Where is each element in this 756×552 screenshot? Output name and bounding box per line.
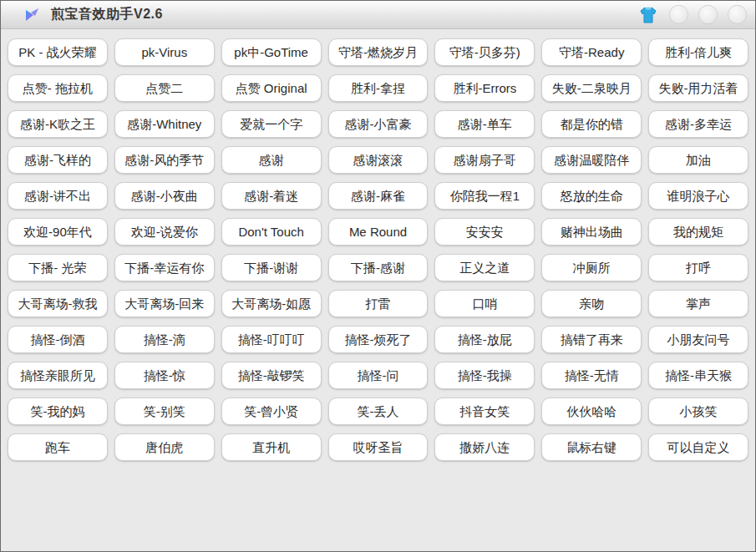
sound-button[interactable]: 小朋友问号 [648, 326, 748, 353]
sound-button[interactable]: 下播-感谢 [328, 254, 429, 281]
sound-button[interactable]: 安安安 [434, 218, 535, 246]
sound-button[interactable]: 欢迎-说爱你 [114, 218, 215, 246]
sound-button-grid: PK - 战火荣耀pk-Viruspk中-GoTime守塔-燃烧岁月守塔-贝多芬… [1, 29, 755, 468]
sound-button[interactable]: 搞怪-串天猴 [648, 362, 748, 389]
sound-button[interactable]: 失败-用力活着 [648, 74, 748, 102]
sound-button[interactable]: 搞怪-叮叮叮 [221, 326, 322, 353]
sound-button[interactable]: 感谢 [221, 146, 322, 174]
sound-button[interactable]: 感谢滚滚 [328, 146, 429, 174]
sound-button[interactable]: 感谢-风的季节 [114, 146, 215, 174]
sound-button[interactable]: 直升机 [221, 433, 322, 461]
sound-button[interactable]: 下播-幸运有你 [114, 254, 215, 281]
sound-button[interactable]: 冲厕所 [541, 254, 642, 281]
sound-button[interactable]: 搞怪-烦死了 [328, 326, 429, 353]
window-title: 煎宝音效助手V2.6 [51, 6, 163, 23]
sound-button[interactable]: 感谢-小夜曲 [114, 182, 215, 210]
sound-button[interactable]: 可以自定义 [648, 433, 748, 461]
sound-button[interactable]: PK - 战火荣耀 [8, 38, 108, 66]
sound-button[interactable]: 打呼 [648, 254, 748, 281]
sound-button[interactable]: 守塔-Ready [541, 38, 642, 66]
sound-button[interactable]: 搞怪-问 [328, 362, 429, 389]
sound-button[interactable]: 掌声 [648, 290, 748, 317]
sound-button[interactable]: 跑车 [8, 433, 108, 461]
sound-button[interactable]: 谁明浪子心 [648, 182, 748, 210]
titlebar: 煎宝音效助手V2.6 [1, 1, 755, 29]
bottom-panel: 音量: 23 启用热键× 热键列表 暂停播放 声卡: 扬声器 (Realtek … [1, 468, 756, 552]
sound-button[interactable]: 守塔-燃烧岁月 [328, 38, 429, 66]
sound-button[interactable]: 下播-谢谢 [221, 254, 322, 281]
sound-button[interactable]: 爱就一个字 [221, 110, 322, 138]
sound-button[interactable]: 鼠标右键 [541, 433, 642, 461]
sound-button[interactable]: 搞怪-滴 [114, 326, 215, 353]
sound-button[interactable]: 感谢-讲不出 [8, 182, 108, 210]
sound-button[interactable]: 胜利-拿捏 [328, 74, 429, 102]
sound-button[interactable]: 搞怪-放屁 [434, 326, 535, 353]
sound-button[interactable]: 笑-别笑 [114, 398, 215, 425]
sound-button[interactable]: 守塔-贝多芬) [434, 38, 535, 66]
sound-button[interactable]: 我的规矩 [648, 218, 748, 246]
sound-button[interactable]: 怒放的生命 [541, 182, 642, 210]
sound-button[interactable]: 点赞 Original [221, 74, 322, 102]
sound-button[interactable]: 哎呀圣旨 [328, 433, 429, 461]
sound-button[interactable]: 搞怪-敲锣笑 [221, 362, 322, 389]
sound-button[interactable]: 感谢-小富豪 [328, 110, 429, 138]
sound-button[interactable]: 感谢-单车 [434, 110, 535, 138]
sound-button[interactable]: 搞怪-我操 [434, 362, 535, 389]
sound-button[interactable]: 打雷 [328, 290, 429, 317]
sound-button[interactable]: 感谢-Whitney [114, 110, 215, 138]
sound-button[interactable]: 赌神出场曲 [541, 218, 642, 246]
sound-button[interactable]: 感谢温暖陪伴 [541, 146, 642, 174]
sound-button[interactable]: 下播- 光荣 [8, 254, 108, 281]
sound-button[interactable]: 感谢扇子哥 [434, 146, 535, 174]
sound-button[interactable]: 笑-丢人 [328, 398, 429, 425]
close-button[interactable] [728, 5, 747, 24]
skin-shirt-icon[interactable] [637, 5, 659, 25]
sound-button[interactable]: 感谢-K歌之王 [8, 110, 108, 138]
sound-button[interactable]: 撒娇八连 [434, 433, 535, 461]
sound-button[interactable]: 感谢-麻雀 [328, 182, 429, 210]
sound-button[interactable]: 搞怪-无情 [541, 362, 642, 389]
minimize-button[interactable] [669, 5, 688, 24]
sound-button[interactable]: 欢迎-90年代 [8, 218, 108, 246]
sound-button[interactable]: 感谢-飞样的 [8, 146, 108, 174]
sound-button[interactable]: 搞怪亲眼所见 [8, 362, 108, 389]
sound-button[interactable]: 大哥离场-回来 [114, 290, 215, 317]
sound-button[interactable]: 搞怪-惊 [114, 362, 215, 389]
sound-button[interactable]: 加油 [648, 146, 748, 174]
app-logo-icon [24, 7, 41, 23]
sound-button[interactable]: 伙伙哈哈 [541, 398, 642, 425]
sound-button[interactable]: 大哥离场-救我 [8, 290, 108, 317]
sound-button[interactable]: 亲吻 [541, 290, 642, 317]
sound-button[interactable]: 胜利-Errors [434, 74, 535, 102]
sound-button[interactable]: pk中-GoTime [221, 38, 322, 66]
sound-button[interactable]: Don't Touch [221, 218, 322, 246]
sound-button[interactable]: 小孩笑 [648, 398, 748, 425]
sound-button[interactable]: Me Round [328, 218, 429, 246]
sound-button[interactable]: pk-Virus [114, 38, 215, 66]
sound-button[interactable]: 点赞- 拖拉机 [8, 74, 108, 102]
sound-button[interactable]: 笑-曾小贤 [221, 398, 322, 425]
sound-button[interactable]: 抖音女笑 [434, 398, 535, 425]
sound-button[interactable]: 胜利-倍儿爽 [648, 38, 748, 66]
sound-button[interactable]: 都是你的错 [541, 110, 642, 138]
sound-button[interactable]: 感谢-多幸运 [648, 110, 748, 138]
sound-button[interactable]: 口哨 [434, 290, 535, 317]
sound-button[interactable]: 大哥离场-如愿 [221, 290, 322, 317]
sound-button[interactable]: 正义之道 [434, 254, 535, 281]
sound-button[interactable]: 笑-我的妈 [8, 398, 108, 425]
sound-button[interactable]: 感谢-着迷 [221, 182, 322, 210]
sound-button[interactable]: 搞错了再来 [541, 326, 642, 353]
sound-button[interactable]: 失败-二泉映月 [541, 74, 642, 102]
maximize-button[interactable] [698, 5, 718, 24]
sound-button[interactable]: 搞怪-倒酒 [8, 326, 108, 353]
sound-button[interactable]: 你陪我一程1 [434, 182, 535, 210]
sound-button[interactable]: 唐伯虎 [114, 433, 215, 461]
sound-button[interactable]: 点赞二 [114, 74, 215, 102]
